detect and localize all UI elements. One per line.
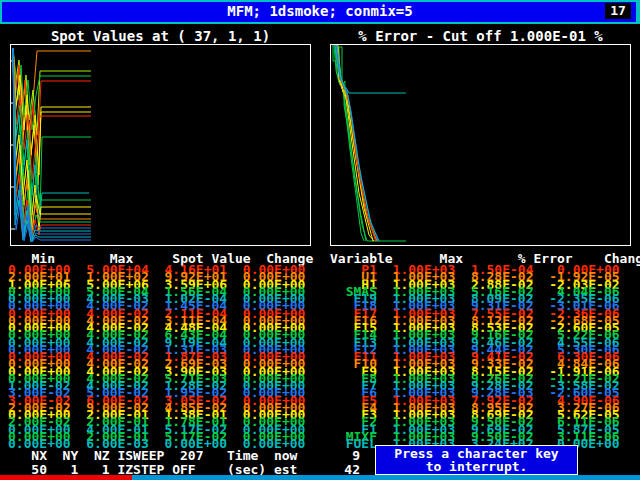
spot-values-table: 0.00E+00 5.00E+04 4.16E+01 0.00E+002.00E…	[8, 263, 318, 453]
sweep-progress-bar	[0, 475, 640, 480]
mfm-monitor-screen: MFM; 1dsmoke; conmix=5 17 Spot Values at…	[0, 0, 640, 480]
status-line-1: NX NY NZ ISWEEP 207 Time now 9	[0, 449, 360, 462]
page-number-badge: 17	[605, 3, 631, 19]
progress-done-segment	[0, 475, 132, 480]
error-table: P1 1.00E+03 1.50E-04 0.00E+00 U1 1.00E+0…	[330, 263, 640, 453]
trace-line	[13, 48, 91, 215]
titlebar: MFM; 1dsmoke; conmix=5 17	[0, 0, 640, 24]
percent-error-plot	[330, 44, 631, 246]
trace-line	[337, 45, 377, 241]
trace-line	[13, 48, 91, 215]
trace-line	[338, 45, 376, 241]
interrupt-prompt[interactable]: Press a character key to interrupt.	[375, 445, 578, 475]
interrupt-line-2: to interrupt.	[376, 460, 577, 473]
window-title: MFM; 1dsmoke; conmix=5	[0, 3, 640, 19]
trace-line	[333, 45, 406, 241]
spot-values-plot	[10, 44, 311, 246]
trace-line	[335, 45, 406, 93]
progress-remaining-segment	[132, 475, 640, 480]
left-plot-title: Spot Values at ( 37, 1, 1)	[10, 28, 311, 44]
right-plot-title: % Error - Cut off 1.000E-01 %	[330, 28, 631, 44]
